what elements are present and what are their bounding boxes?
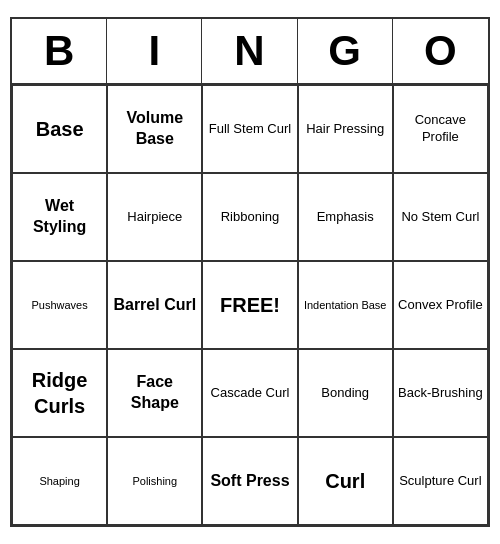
bingo-cell: Volume Base — [107, 85, 202, 173]
header-letter: N — [202, 19, 297, 83]
bingo-cell: Hair Pressing — [298, 85, 393, 173]
header-letter: I — [107, 19, 202, 83]
bingo-cell: Curl — [298, 437, 393, 525]
bingo-cell: Base — [12, 85, 107, 173]
bingo-cell: Face Shape — [107, 349, 202, 437]
bingo-cell: Concave Profile — [393, 85, 488, 173]
header-letter: B — [12, 19, 107, 83]
bingo-cell: Wet Styling — [12, 173, 107, 261]
bingo-cell: Hairpiece — [107, 173, 202, 261]
bingo-cell: Barrel Curl — [107, 261, 202, 349]
bingo-cell: Full Stem Curl — [202, 85, 297, 173]
bingo-cell: Back-Brushing — [393, 349, 488, 437]
bingo-cell: FREE! — [202, 261, 297, 349]
bingo-cell: Ribboning — [202, 173, 297, 261]
bingo-header: BINGO — [12, 19, 488, 85]
bingo-cell: Polishing — [107, 437, 202, 525]
bingo-cell: Sculpture Curl — [393, 437, 488, 525]
bingo-cell: Pushwaves — [12, 261, 107, 349]
bingo-cell: No Stem Curl — [393, 173, 488, 261]
bingo-cell: Cascade Curl — [202, 349, 297, 437]
bingo-cell: Soft Press — [202, 437, 297, 525]
bingo-cell: Shaping — [12, 437, 107, 525]
bingo-card: BINGO BaseVolume BaseFull Stem CurlHair … — [10, 17, 490, 527]
header-letter: G — [298, 19, 393, 83]
bingo-grid: BaseVolume BaseFull Stem CurlHair Pressi… — [12, 85, 488, 525]
bingo-cell: Ridge Curls — [12, 349, 107, 437]
header-letter: O — [393, 19, 488, 83]
bingo-cell: Convex Profile — [393, 261, 488, 349]
bingo-cell: Bonding — [298, 349, 393, 437]
bingo-cell: Indentation Base — [298, 261, 393, 349]
bingo-cell: Emphasis — [298, 173, 393, 261]
